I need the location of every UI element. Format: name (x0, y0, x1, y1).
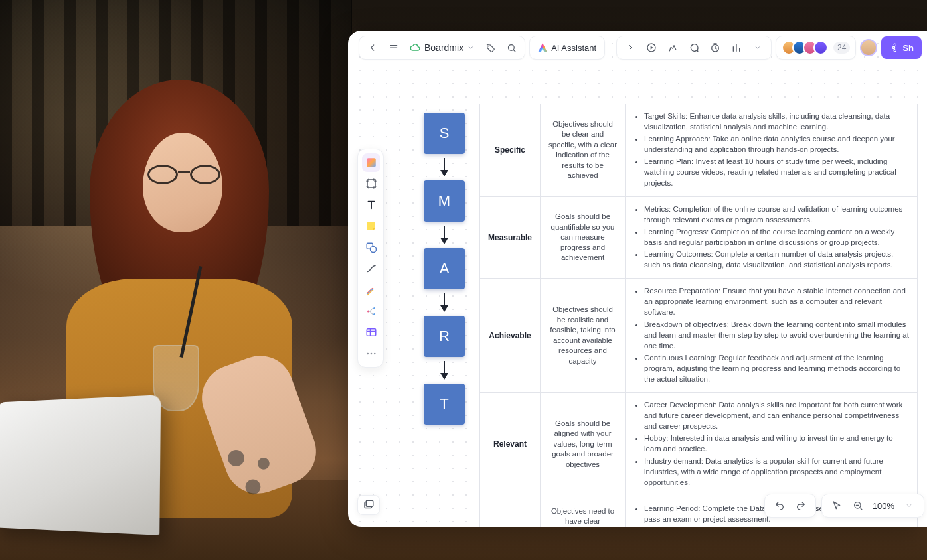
table-row[interactable]: RelevantGoals should be aligned with you… (480, 393, 918, 496)
chevron-down-icon (467, 44, 474, 51)
row-description: Objectives should be clear and specific,… (541, 104, 626, 197)
row-description: Goals should be quantifiable so you can … (541, 196, 626, 279)
mindmap-tool[interactable] (362, 302, 380, 320)
back-button[interactable] (363, 38, 382, 57)
laptop-back (0, 395, 161, 535)
svg-point-8 (367, 311, 369, 313)
bottom-right-controls: 100% (764, 494, 927, 518)
timer-button[interactable] (706, 38, 724, 57)
svg-rect-4 (367, 158, 376, 167)
connector-tool[interactable] (362, 259, 380, 278)
svg-rect-11 (367, 329, 376, 336)
cloud-icon (410, 42, 420, 53)
svg-point-9 (373, 307, 375, 309)
top-toolbar: Boardmix AI Assistant (348, 31, 927, 65)
list-item: Target Skills: Enhance data analysis ski… (644, 111, 909, 132)
templates-tool[interactable] (362, 153, 380, 172)
share-button[interactable]: Sh (881, 36, 922, 59)
ai-logo-icon (538, 43, 547, 52)
row-description: Objectives should be realistic and feasi… (541, 279, 626, 393)
table-row[interactable]: MeasurableGoals should be quantifiable s… (480, 196, 918, 279)
more-tools-chevron[interactable] (748, 38, 767, 57)
row-points: Target Skills: Enhance data analysis ski… (626, 104, 918, 197)
list-item: Learning Plan: Invest at least 10 hours … (644, 156, 909, 188)
share-icon (889, 43, 898, 52)
board-name-label: Boardmix (424, 42, 463, 53)
text-tool[interactable] (362, 196, 380, 214)
svg-rect-5 (367, 180, 375, 188)
shape-tool[interactable] (362, 238, 380, 257)
redo-button[interactable] (792, 496, 810, 515)
row-points: Metrics: Completion of the online course… (626, 196, 918, 279)
boardmix-app-window: Boardmix AI Assistant (348, 31, 927, 527)
row-points: Career Development: Data analysis skills… (626, 393, 918, 496)
flow-letter-a[interactable]: A (424, 248, 465, 289)
ai-assistant-button[interactable]: AI Assistant (529, 36, 605, 60)
arrow-down-icon (440, 158, 449, 176)
row-key: Specific (480, 104, 541, 197)
zoom-out-button[interactable] (849, 496, 867, 515)
list-item: Continuous Learning: Regular feedback an… (644, 352, 909, 384)
flow-letter-t[interactable]: T (424, 384, 465, 425)
flow-letter-m[interactable]: M (424, 180, 465, 222)
list-item: Metrics: Completion of the online course… (644, 204, 909, 225)
list-item: Learning Progress: Completion of the cou… (644, 226, 909, 247)
arrow-down-icon (440, 361, 449, 380)
arrow-down-icon (440, 226, 449, 244)
zoom-dropdown[interactable] (900, 496, 918, 515)
row-key: Measurable (480, 196, 541, 279)
pages-button[interactable] (357, 495, 380, 515)
table-tool[interactable] (362, 323, 380, 342)
arrow-down-icon (440, 293, 449, 312)
reactions-button[interactable] (663, 38, 682, 57)
svg-point-0 (508, 44, 514, 50)
svg-point-2 (669, 50, 670, 51)
list-item: Career Development: Data analysis skills… (644, 399, 909, 431)
svg-rect-16 (366, 500, 373, 506)
smart-flow-letters: S M A R T (424, 113, 465, 425)
row-points: Resource Preparation: Ensure that you ha… (626, 279, 918, 393)
pen-tool[interactable] (362, 281, 380, 299)
flow-letter-s[interactable]: S (424, 113, 465, 154)
undo-button[interactable] (770, 496, 789, 515)
list-item: Learning Approach: Take an online data a… (644, 133, 909, 155)
present-button[interactable] (642, 38, 661, 57)
flow-letter-r[interactable]: R (424, 316, 465, 357)
frame-tool[interactable] (362, 175, 380, 193)
comment-button[interactable] (685, 38, 703, 57)
menu-button[interactable] (384, 38, 403, 57)
vote-button[interactable] (727, 38, 746, 57)
table-row[interactable]: SpecificObjectives should be clear and s… (480, 104, 918, 197)
list-item: Industry demand: Data analytics is a pop… (644, 456, 909, 488)
board-name-dropdown[interactable]: Boardmix (406, 42, 478, 53)
sticky-note-tool[interactable] (362, 217, 380, 236)
more-tools-button[interactable] (362, 344, 380, 363)
list-item: Breakdown of objectives: Break down the … (644, 319, 909, 351)
row-description: Objectives need to have clear deadlines … (541, 496, 626, 527)
row-key: Relevant (480, 393, 541, 496)
presence-avatars[interactable] (782, 40, 828, 55)
svg-point-10 (373, 313, 375, 315)
presence-count: 24 (833, 42, 850, 54)
search-button[interactable] (502, 38, 521, 57)
list-item: Hobby: Interested in data analysis and w… (644, 433, 909, 454)
expand-sidebar-button[interactable] (621, 38, 639, 57)
table-row[interactable]: AchievableObjectives should be realistic… (480, 279, 918, 393)
list-item: Resource Preparation: Ensure that you ha… (644, 285, 909, 317)
smart-table[interactable]: SpecificObjectives should be clear and s… (479, 104, 918, 527)
ai-assistant-label: AI Assistant (551, 43, 596, 53)
svg-point-7 (371, 247, 377, 253)
svg-point-13 (371, 353, 373, 355)
row-key: Achievable (480, 279, 541, 393)
zoom-level: 100% (870, 501, 897, 511)
list-item: Learning Outcomes: Complete a certain nu… (644, 249, 909, 270)
cursor-mode-button[interactable] (827, 496, 846, 515)
tag-button[interactable] (481, 38, 499, 57)
svg-point-12 (367, 353, 369, 355)
svg-point-14 (374, 353, 376, 355)
left-toolbar (357, 149, 384, 368)
list-item: Learning schedule: Make weekly learning … (644, 525, 909, 527)
self-avatar[interactable] (860, 39, 877, 56)
share-label: Sh (902, 43, 914, 53)
row-description: Goals should be aligned with your values… (541, 393, 626, 496)
